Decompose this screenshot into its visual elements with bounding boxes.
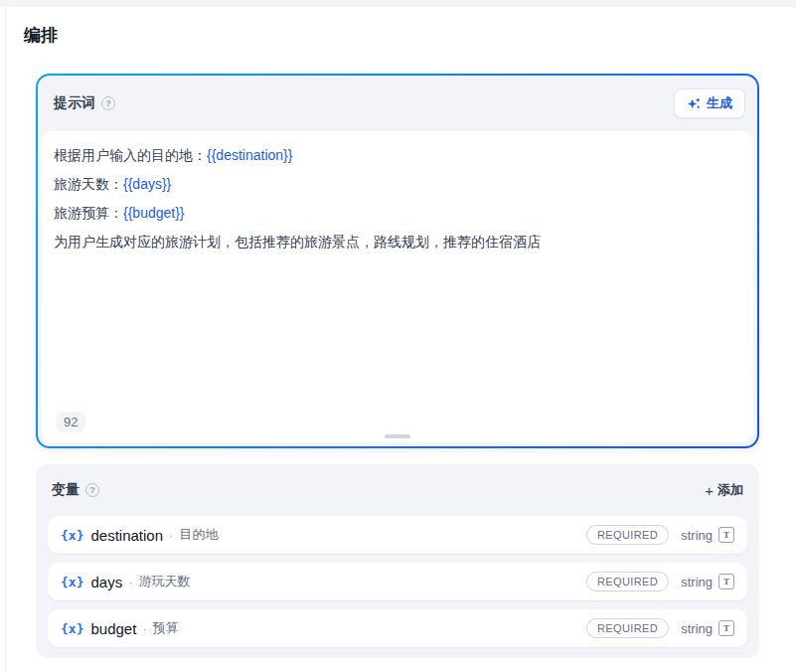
- top-toolbar-edge: [0, 0, 796, 7]
- variable-row-meta: REQUIRED string T: [586, 618, 734, 638]
- prompt-text: 根据用户输入的目的地：{{destination}} 旅游天数：{{days}}…: [54, 141, 741, 256]
- variable-type-group: string T: [681, 574, 734, 589]
- prompt-editor[interactable]: 根据用户输入的目的地：{{destination}} 旅游天数：{{days}}…: [42, 131, 753, 442]
- variable-type: string: [681, 575, 713, 589]
- help-icon[interactable]: ?: [85, 483, 99, 497]
- text-type-icon: T: [718, 620, 734, 636]
- prompt-title-group: 提示词 ?: [54, 94, 115, 112]
- dot-separator: ·: [169, 528, 173, 543]
- prompt-card: 提示词 ? 生成 根据用户输入的目的地：{{destination}}: [36, 74, 759, 448]
- variable-row-days[interactable]: {x} days · 游玩天数 REQUIRED string T: [48, 563, 747, 600]
- variable-name: budget: [90, 620, 136, 637]
- variable-row-meta: REQUIRED string T: [586, 525, 734, 545]
- dot-separator: ·: [142, 621, 146, 636]
- variable-braces-icon: {x}: [61, 575, 83, 589]
- required-badge: REQUIRED: [586, 572, 669, 591]
- variable-type-group: string T: [681, 527, 734, 543]
- prompt-line: 旅游预算：{{budget}}: [54, 199, 741, 228]
- variable-type: string: [681, 621, 713, 636]
- prompt-line: 为用户生成对应的旅游计划，包括推荐的旅游景点，路线规划，推荐的住宿酒店: [54, 228, 741, 256]
- editor-resize-handle[interactable]: [385, 434, 410, 438]
- panel-left-divider: [5, 7, 6, 672]
- variable-description: 目的地: [179, 526, 218, 544]
- plus-icon: +: [705, 483, 714, 498]
- variable-name: destination: [90, 527, 163, 544]
- variable-name: days: [90, 574, 122, 590]
- prompt-variable-token: {{destination}}: [207, 147, 292, 163]
- text-type-icon: T: [718, 574, 734, 589]
- variable-row-destination[interactable]: {x} destination · 目的地 REQUIRED string T: [48, 516, 747, 554]
- prompt-card-header: 提示词 ? 生成: [38, 76, 757, 131]
- prompt-line: 旅游天数：{{days}}: [54, 170, 741, 199]
- add-variable-button[interactable]: + 添加: [705, 481, 743, 499]
- variable-braces-icon: {x}: [61, 528, 83, 543]
- variables-header: 变量 ? + 添加: [48, 464, 747, 516]
- variable-braces-icon: {x}: [61, 621, 83, 636]
- prompt-line-text: 旅游预算：: [54, 205, 123, 221]
- variable-description: 游玩天数: [139, 573, 191, 590]
- variables-panel: 变量 ? + 添加 {x} destination · 目的地 REQUIRED…: [36, 464, 759, 658]
- required-badge: REQUIRED: [586, 618, 669, 638]
- variables-title-group: 变量 ?: [52, 481, 99, 499]
- prompt-title: 提示词: [54, 94, 95, 112]
- prompt-variable-token: {{days}}: [123, 176, 171, 192]
- sparkle-icon: [687, 96, 702, 111]
- char-count-badge: 92: [56, 412, 85, 432]
- dot-separator: ·: [128, 575, 132, 589]
- text-type-icon: T: [718, 527, 734, 543]
- variable-type-group: string T: [681, 620, 734, 636]
- variable-row-budget[interactable]: {x} budget · 预算 REQUIRED string T: [48, 609, 747, 647]
- add-variable-label: 添加: [717, 481, 743, 499]
- variable-description: 预算: [153, 619, 179, 637]
- generate-button-label: 生成: [707, 94, 732, 112]
- variables-title: 变量: [52, 481, 80, 499]
- page-title: 编排: [24, 24, 58, 47]
- prompt-line-text: 根据用户输入的目的地：: [54, 147, 207, 163]
- variable-type: string: [681, 528, 713, 543]
- prompt-line: 根据用户输入的目的地：{{destination}}: [54, 141, 741, 170]
- generate-button[interactable]: 生成: [674, 88, 745, 118]
- prompt-line-text: 为用户生成对应的旅游计划，包括推荐的旅游景点，路线规划，推荐的住宿酒店: [54, 234, 541, 250]
- help-icon[interactable]: ?: [101, 96, 115, 110]
- variable-row-meta: REQUIRED string T: [586, 572, 734, 591]
- prompt-line-text: 旅游天数：: [54, 176, 123, 192]
- prompt-card-inner: 提示词 ? 生成 根据用户输入的目的地：{{destination}}: [38, 76, 757, 446]
- required-badge: REQUIRED: [586, 525, 669, 545]
- prompt-variable-token: {{budget}}: [123, 205, 185, 221]
